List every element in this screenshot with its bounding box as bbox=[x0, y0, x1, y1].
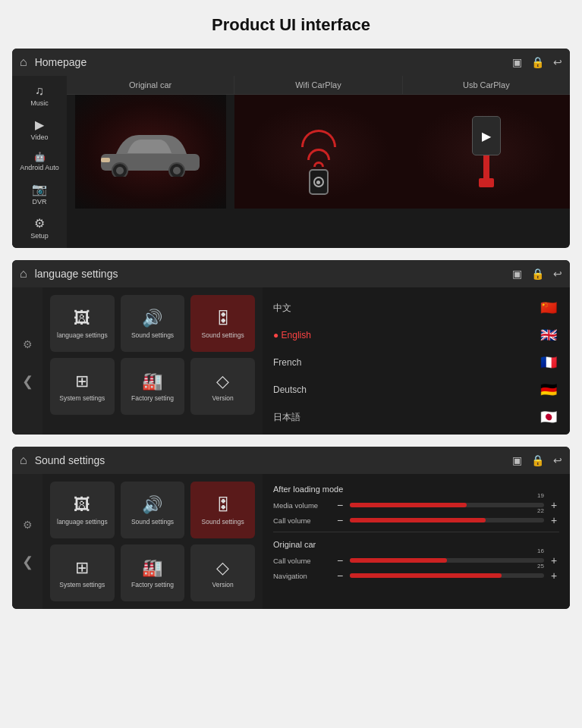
tile-system-settings[interactable]: ⊞ System settings bbox=[50, 358, 115, 415]
play-icon: ▶ bbox=[482, 129, 491, 143]
panel3-tile-sound-settings-2[interactable]: 🎛 Sound settings bbox=[190, 482, 255, 538]
sidebar-item-android-auto[interactable]: 🤖 Android Auto bbox=[12, 148, 67, 175]
media-volume-plus[interactable]: + bbox=[549, 500, 559, 510]
panel3-sound-settings-2-label: Sound settings bbox=[202, 518, 244, 526]
sidebar-item-video[interactable]: ▶ Video bbox=[12, 114, 67, 145]
tile-factory-setting[interactable]: 🏭 Factory setting bbox=[121, 358, 185, 415]
original-car-section bbox=[67, 95, 234, 209]
navigation-volume-row: Navigation − 25 + bbox=[273, 570, 559, 581]
panel3-tile-language-settings[interactable]: 🖼 language settings bbox=[50, 482, 115, 538]
tile-language-settings[interactable]: 🖼 language settings bbox=[50, 295, 115, 352]
factory-setting-icon: 🏭 bbox=[142, 372, 162, 391]
panel3-home-icon[interactable]: ⌂ bbox=[20, 453, 27, 467]
language-list: 中文 🇨🇳 ● English 🇬🇧 French 🇫🇷 Deutsch 🇩🇪 bbox=[273, 295, 559, 427]
panel3-tile-system-settings[interactable]: ⊞ System settings bbox=[50, 544, 115, 601]
panel2-settings-icon: ⚙ bbox=[23, 338, 33, 350]
language-item-japanese[interactable]: 日本語 🇯🇵 bbox=[273, 407, 559, 427]
panel2-arrow-icon[interactable]: ❮ bbox=[22, 373, 33, 390]
panel3-back-icon[interactable]: ↩ bbox=[553, 454, 562, 466]
media-volume-value: 19 bbox=[537, 492, 544, 499]
save-icon[interactable]: ▣ bbox=[512, 56, 522, 68]
language-item-chinese[interactable]: 中文 🇨🇳 bbox=[273, 298, 559, 318]
media-volume-label: Media volume bbox=[273, 501, 330, 510]
panel2-lock-icon[interactable]: 🔒 bbox=[531, 268, 544, 280]
sidebar-dvr-label: DVR bbox=[32, 198, 46, 206]
panel3-save-icon[interactable]: ▣ bbox=[512, 454, 522, 466]
navigation-plus[interactable]: + bbox=[549, 570, 559, 581]
language-item-deutsch[interactable]: Deutsch 🇩🇪 bbox=[273, 380, 559, 400]
usb-cable bbox=[483, 155, 489, 178]
panel3-arrow-icon[interactable]: ❮ bbox=[22, 554, 33, 570]
panel2-title: language settings bbox=[35, 268, 512, 280]
media-volume-row: Media volume − 19 + bbox=[273, 500, 559, 510]
media-volume-slider[interactable]: 19 bbox=[350, 503, 544, 507]
lang-flag-chinese: 🇨🇳 bbox=[538, 301, 559, 315]
lang-name-deutsch: Deutsch bbox=[273, 384, 307, 395]
lang-name-french: French bbox=[273, 357, 301, 368]
tile-version[interactable]: ◇ Version bbox=[190, 358, 255, 415]
panel2-settings-grid: 🖼 language settings 🔊 Sound settings 🎛 S… bbox=[50, 295, 255, 415]
call-volume-slider[interactable]: 22 bbox=[350, 518, 544, 522]
media-volume-minus[interactable]: − bbox=[335, 500, 345, 510]
tab-original-car[interactable]: Original car bbox=[67, 76, 234, 94]
panel3-tile-sound-settings-1[interactable]: 🔊 Sound settings bbox=[121, 482, 185, 538]
tab-usb-carplay[interactable]: Usb CarPlay bbox=[403, 76, 570, 94]
navigation-slider[interactable]: 25 bbox=[350, 573, 544, 578]
navigation-minus[interactable]: − bbox=[335, 570, 345, 581]
lang-flag-french: 🇫🇷 bbox=[538, 356, 559, 369]
language-settings-label: language settings bbox=[57, 331, 108, 339]
panel3-sound-settings-1-icon: 🔊 bbox=[142, 495, 162, 515]
media-volume-fill bbox=[350, 503, 467, 507]
call-volume-label: Call volume bbox=[273, 516, 330, 525]
tab-wifi-carplay[interactable]: Wifi CarPlay bbox=[234, 76, 402, 94]
watch-icon bbox=[309, 169, 329, 195]
back-icon[interactable]: ↩ bbox=[553, 56, 562, 68]
svg-point-4 bbox=[173, 167, 181, 174]
panel3-tile-factory-setting[interactable]: 🏭 Factory setting bbox=[121, 544, 185, 601]
usb-plug bbox=[479, 178, 494, 187]
panel3-topbar: ⌂ Sound settings ▣ 🔒 ↩ bbox=[12, 447, 570, 474]
call-volume2-fill bbox=[350, 558, 447, 563]
tile-sound-settings-2[interactable]: 🎛 Sound settings bbox=[190, 295, 255, 352]
call-volume2-plus[interactable]: + bbox=[549, 555, 559, 566]
sound-controls: After loading mode Media volume − 19 + C… bbox=[273, 482, 559, 588]
panel1-body: ♫ Music ▶ Video 🤖 Android Auto 📷 DVR ⚙ S… bbox=[12, 76, 570, 248]
version-icon: ◇ bbox=[216, 372, 229, 391]
panel3-settings-icon: ⚙ bbox=[23, 519, 33, 531]
home-icon[interactable]: ⌂ bbox=[20, 55, 27, 69]
language-item-english[interactable]: ● English 🇬🇧 bbox=[273, 325, 559, 345]
sidebar-item-dvr[interactable]: 📷 DVR bbox=[12, 178, 67, 209]
panel3-tile-version[interactable]: ◇ Version bbox=[190, 544, 255, 601]
call-volume2-slider[interactable]: 16 bbox=[350, 558, 544, 563]
sound-settings-1-icon: 🔊 bbox=[142, 309, 162, 328]
panel2-save-icon[interactable]: ▣ bbox=[512, 268, 522, 280]
call-volume-plus[interactable]: + bbox=[549, 515, 559, 526]
panel3-grid-area: 🖼 language settings 🔊 Sound settings 🎛 S… bbox=[42, 474, 263, 609]
panel2-language-right: 中文 🇨🇳 ● English 🇬🇧 French 🇫🇷 Deutsch 🇩🇪 bbox=[263, 287, 570, 435]
panel3-system-settings-label: System settings bbox=[59, 581, 105, 588]
panel2-body: ⚙ ❮ 🖼 language settings 🔊 Sound settings… bbox=[12, 287, 570, 435]
panel2-back-icon[interactable]: ↩ bbox=[553, 268, 562, 280]
svg-rect-5 bbox=[101, 158, 110, 162]
panel3-sound-settings-2-icon: 🎛 bbox=[215, 495, 231, 515]
navigation-value: 25 bbox=[537, 563, 544, 570]
call-volume-minus[interactable]: − bbox=[335, 515, 345, 526]
language-item-french[interactable]: French 🇫🇷 bbox=[273, 353, 559, 372]
lock-icon[interactable]: 🔒 bbox=[531, 56, 544, 68]
panel3-factory-setting-icon: 🏭 bbox=[142, 558, 162, 578]
call-volume2-minus[interactable]: − bbox=[335, 555, 345, 566]
call-volume2-value: 16 bbox=[537, 548, 544, 554]
panel3-factory-setting-label: Factory setting bbox=[131, 581, 174, 588]
sidebar-item-setup[interactable]: ⚙ Setup bbox=[12, 212, 67, 243]
sidebar-video-label: Video bbox=[31, 133, 49, 141]
panel2-home-icon[interactable]: ⌂ bbox=[20, 267, 27, 281]
panel3-lock-icon[interactable]: 🔒 bbox=[531, 454, 544, 466]
panel3-settings-sidebar: ⚙ ❮ bbox=[12, 474, 42, 609]
wifi-carplay-section bbox=[234, 95, 402, 209]
divider bbox=[273, 532, 559, 532]
panel2-grid-area: 🖼 language settings 🔊 Sound settings 🎛 S… bbox=[42, 287, 263, 435]
sidebar-item-music[interactable]: ♫ Music bbox=[12, 80, 67, 111]
tile-sound-settings-1[interactable]: 🔊 Sound settings bbox=[121, 295, 185, 352]
lang-flag-deutsch: 🇩🇪 bbox=[538, 383, 559, 397]
usb-carplay-section: ▶ bbox=[402, 95, 570, 209]
